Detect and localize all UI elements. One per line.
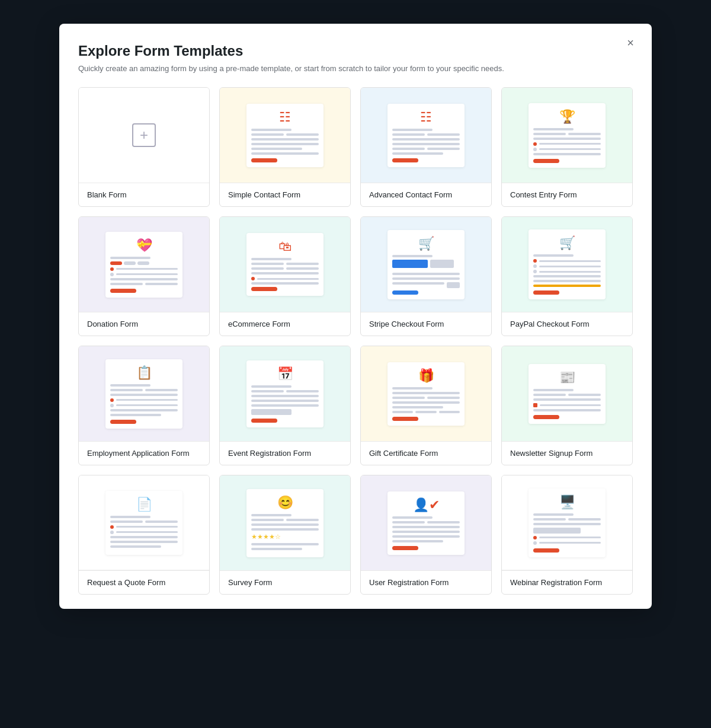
trophy-icon: 🏆 [533, 109, 601, 124]
template-card-gift-certificate[interactable]: 🎁 Gift Certificate Form [360, 346, 492, 465]
modal-title: Explore Form Templates [78, 43, 633, 59]
template-label-simple-contact: Simple Contact Form [220, 183, 350, 206]
preview-inner-stripe-checkout: 🛒 [387, 230, 465, 299]
template-card-event-registration[interactable]: 📅 Event Registration Form [219, 346, 351, 465]
template-preview-webinar-registration: 🖥️ [502, 475, 632, 570]
newsletter-icon: 📰 [533, 370, 601, 385]
template-preview-donation: 💝 [79, 217, 209, 312]
template-preview-event-registration: 📅 [220, 346, 350, 441]
monitor-icon: 🖥️ [533, 494, 601, 510]
template-card-blank[interactable]: + Blank Form [78, 87, 210, 207]
template-label-event-registration: Event Registration Form [220, 441, 350, 465]
calendar-icon: 📅 [251, 366, 319, 382]
template-label-employment: Employment Application Form [79, 441, 209, 465]
preview-inner-ecommerce: 🛍 [246, 233, 324, 296]
user-check-icon: 👤✔ [392, 497, 460, 513]
template-label-request-quote: Request a Quote Form [79, 570, 209, 594]
template-preview-request-quote: 📄 [79, 475, 209, 570]
templates-grid: + Blank Form ☷ Simple Contact Form [78, 87, 633, 595]
preview-inner-gift-certificate: 🎁 [387, 362, 465, 426]
template-preview-user-registration: 👤✔ [361, 475, 491, 570]
preview-inner-donation: 💝 [105, 232, 182, 298]
form-icon: ☷ [251, 110, 319, 125]
modal-subtitle: Quickly create an amazing form by using … [78, 64, 633, 73]
preview-inner-simple-contact: ☷ [246, 104, 324, 167]
template-label-paypal-checkout: PayPal Checkout Form [502, 312, 632, 336]
template-label-gift-certificate: Gift Certificate Form [361, 441, 491, 465]
template-preview-contest-entry: 🏆 [502, 88, 632, 183]
preview-inner-newsletter-signup: 📰 [529, 364, 606, 424]
template-preview-newsletter-signup: 📰 [502, 346, 632, 441]
template-preview-blank: + [79, 88, 209, 183]
template-label-webinar-registration: Webinar Registration Form [502, 570, 632, 594]
template-card-stripe-checkout[interactable]: 🛒 Stripe Checkout Form [360, 216, 492, 336]
cart-icon: 🛒 [392, 236, 460, 251]
template-preview-paypal-checkout: 🛒 [502, 217, 632, 312]
template-preview-ecommerce: 🛍 [220, 217, 350, 312]
template-preview-stripe-checkout: 🛒 [361, 217, 491, 312]
template-card-contest-entry[interactable]: 🏆 Contest Entry Form [501, 87, 633, 207]
template-card-user-registration[interactable]: 👤✔ User Registration Form [360, 475, 492, 595]
preview-inner-user-registration: 👤✔ [387, 491, 465, 555]
preview-inner-employment: 📋 [105, 359, 182, 429]
modal-header: Explore Form Templates Quickly create an… [78, 43, 633, 73]
template-preview-advanced-contact: ☷ [361, 88, 491, 183]
template-label-ecommerce: eCommerce Form [220, 312, 350, 336]
heart-icon: 💝 [110, 238, 178, 253]
template-card-request-quote[interactable]: 📄 Request a Quote Form [78, 475, 210, 595]
preview-inner-request-quote: 📄 [105, 491, 182, 555]
template-label-advanced-contact: Advanced Contact Form [361, 183, 491, 206]
template-label-survey: Survey Form [220, 570, 350, 594]
smiley-icon: 😊 [251, 495, 319, 510]
preview-inner-contest-entry: 🏆 [529, 103, 606, 168]
template-preview-simple-contact: ☷ [220, 88, 350, 183]
template-label-user-registration: User Registration Form [361, 570, 491, 594]
gift-icon: 🎁 [392, 368, 460, 384]
explore-templates-modal: Explore Form Templates Quickly create an… [59, 24, 652, 609]
template-label-blank: Blank Form [79, 183, 209, 206]
template-preview-survey: 😊 ★★★★☆ [220, 475, 350, 570]
preview-inner-paypal-checkout: 🛒 [529, 229, 606, 299]
template-card-paypal-checkout[interactable]: 🛒 PayPal Checkout Form [501, 216, 633, 336]
blank-plus-icon: + [132, 123, 156, 147]
preview-inner-survey: 😊 ★★★★☆ [246, 489, 324, 557]
form-icon: ☷ [392, 110, 460, 125]
template-card-newsletter-signup[interactable]: 📰 Newsletter Signup Form [501, 346, 633, 465]
template-card-ecommerce[interactable]: 🛍 eCommerce Form [219, 216, 351, 336]
cart-icon: 🛒 [533, 235, 601, 251]
template-preview-employment: 📋 [79, 346, 209, 441]
template-label-stripe-checkout: Stripe Checkout Form [361, 312, 491, 336]
id-badge-icon: 📋 [110, 365, 178, 381]
quote-icon: 📄 [110, 497, 178, 512]
template-label-donation: Donation Form [79, 312, 209, 336]
template-label-contest-entry: Contest Entry Form [502, 183, 632, 206]
template-label-newsletter-signup: Newsletter Signup Form [502, 441, 632, 465]
template-card-survey[interactable]: 😊 ★★★★☆ Survey Form [219, 475, 351, 595]
preview-inner-event-registration: 📅 [246, 360, 324, 427]
template-card-webinar-registration[interactable]: 🖥️ Webinar Registration Form [501, 475, 633, 595]
template-card-advanced-contact[interactable]: ☷ Advanced Contact Form [360, 87, 492, 207]
template-card-simple-contact[interactable]: ☷ Simple Contact Form [219, 87, 351, 207]
preview-inner-advanced-contact: ☷ [387, 104, 465, 167]
close-button[interactable]: × [621, 33, 640, 52]
template-preview-gift-certificate: 🎁 [361, 346, 491, 441]
template-card-donation[interactable]: 💝 Donation Form [78, 216, 210, 336]
bag-icon: 🛍 [251, 239, 319, 254]
template-card-employment[interactable]: 📋 Employment Application Form [78, 346, 210, 465]
preview-inner-webinar-registration: 🖥️ [529, 488, 606, 557]
